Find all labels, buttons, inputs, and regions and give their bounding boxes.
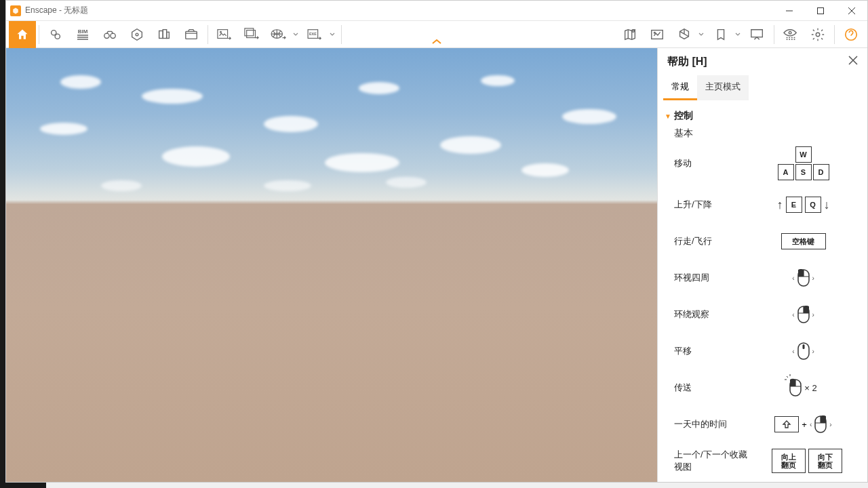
export-exe-button[interactable]: EXE (302, 21, 338, 48)
svg-point-4 (111, 33, 115, 38)
batch-render-button[interactable] (238, 21, 265, 48)
plus-label: + (802, 420, 807, 430)
collaboration-button[interactable] (644, 21, 671, 48)
svg-rect-13 (247, 30, 256, 37)
label-walkfly: 行走/飞行 (674, 235, 749, 247)
label-updown: 上升/下降 (674, 199, 749, 211)
subsection-basic: 基本 (674, 127, 858, 140)
views-button[interactable] (707, 21, 744, 48)
help-button[interactable] (837, 21, 865, 48)
app-logo-icon (10, 5, 21, 16)
host-window-bottom (5, 483, 46, 488)
key-pageup: 向上 翻页 (772, 449, 806, 473)
settings-button[interactable] (804, 21, 831, 48)
wasd-keys: W A S D (778, 146, 829, 180)
key-d: D (813, 164, 829, 180)
chevron-down-icon (329, 32, 336, 37)
expand-toolbar-handle[interactable] (431, 36, 442, 48)
row-pan: 平移 ‹ › (674, 339, 858, 363)
svg-rect-8 (167, 32, 170, 38)
tab-general[interactable]: 常规 (663, 75, 697, 100)
maximize-button[interactable] (805, 1, 836, 21)
x2-label: × 2 (804, 383, 816, 393)
visual-settings-button[interactable] (777, 21, 804, 48)
app-window: Enscape - 无标题 BIM (5, 0, 868, 483)
chevron-down-icon (292, 32, 299, 37)
present-button[interactable] (744, 21, 771, 48)
svg-rect-6 (159, 30, 163, 38)
video-button[interactable] (178, 21, 205, 48)
angle-right-icon: › (812, 348, 814, 355)
angle-left-icon: ‹ (792, 348, 794, 355)
window-controls (774, 1, 867, 21)
bim-mode-button[interactable]: BIM (69, 21, 96, 48)
toolbar-separator (39, 25, 39, 44)
vr-button[interactable] (123, 21, 151, 48)
row-orbit: 环绕观察 ‹ › (674, 302, 858, 327)
help-title: 帮助 [H] (667, 55, 707, 69)
materials-button[interactable] (671, 21, 707, 48)
minimap-button[interactable] (616, 21, 644, 48)
toolbar: BIM 360° (6, 21, 867, 48)
key-e: E (786, 197, 802, 213)
angle-left-icon: ‹ (792, 274, 794, 282)
mouse-right-icon (814, 415, 827, 433)
label-move: 移动 (674, 157, 749, 169)
svg-rect-9 (186, 31, 197, 39)
angle-left-icon: ‹ (792, 311, 794, 319)
section-controls[interactable]: ▼ 控制 (665, 110, 858, 122)
bim-label: BIM (78, 28, 88, 35)
key-w: W (795, 146, 812, 163)
sync-views-button[interactable] (42, 21, 69, 48)
row-move: 移动 W A S D (674, 146, 858, 180)
content-area: 帮助 [H] 常规 主页模式 ▼ 控制 基本 移动 (6, 48, 867, 482)
svg-point-22 (789, 31, 791, 34)
svg-text:EXE: EXE (309, 31, 317, 35)
angle-right-icon: › (812, 274, 814, 282)
help-panel: 帮助 [H] 常规 主页模式 ▼ 控制 基本 移动 (657, 48, 867, 482)
window-title: Enscape - 无标题 (25, 5, 88, 16)
label-pan: 平移 (674, 345, 749, 357)
svg-rect-21 (751, 29, 763, 37)
host-window-strip (0, 0, 5, 488)
label-teleport: 传送 (674, 382, 749, 394)
angle-right-icon: › (829, 421, 831, 428)
panorama-button[interactable]: 360° (265, 21, 302, 48)
key-q: Q (805, 197, 821, 213)
svg-rect-7 (163, 29, 167, 38)
row-updown: 上升/下降 ↑ E Q ↓ (674, 192, 858, 217)
viewport[interactable] (6, 48, 657, 482)
home-button[interactable] (9, 21, 36, 48)
minimize-button[interactable] (774, 1, 805, 21)
help-close-button[interactable] (848, 56, 858, 68)
svg-text:360°: 360° (274, 32, 281, 35)
row-teleport: 传送 × 2 (674, 375, 858, 400)
svg-point-23 (816, 33, 820, 37)
row-walkfly: 行走/飞行 空格键 (674, 229, 858, 253)
label-timeofday: 一天中的时间 (674, 418, 749, 430)
angle-left-icon: ‹ (810, 421, 812, 428)
help-body[interactable]: ▼ 控制 基本 移动 W A S D (658, 100, 867, 482)
toolbar-separator (774, 25, 774, 44)
tab-home-mode[interactable]: 主页模式 (697, 75, 749, 100)
asset-library-button[interactable] (151, 21, 178, 48)
mouse-right-icon (797, 306, 810, 323)
help-tabs: 常规 主页模式 (658, 75, 867, 100)
row-lookaround: 环视四周 ‹ › (674, 266, 858, 290)
svg-rect-0 (818, 7, 824, 14)
row-timeofday: 一天中的时间 + ‹ › (674, 412, 858, 436)
svg-point-5 (136, 33, 138, 36)
label-lookaround: 环视四周 (674, 272, 749, 284)
close-button[interactable] (836, 1, 867, 21)
svg-point-20 (654, 32, 655, 33)
label-orbit: 环绕观察 (674, 308, 749, 321)
svg-point-11 (220, 31, 222, 33)
key-a: A (778, 164, 794, 180)
help-panel-header: 帮助 [H] (658, 48, 867, 75)
key-space: 空格键 (781, 233, 826, 249)
key-pagedown: 向下 翻页 (808, 449, 842, 473)
binoculars-button[interactable] (96, 21, 123, 48)
toolbar-separator (208, 25, 208, 44)
screenshot-button[interactable] (211, 21, 238, 48)
mouse-middle-icon (797, 342, 810, 360)
